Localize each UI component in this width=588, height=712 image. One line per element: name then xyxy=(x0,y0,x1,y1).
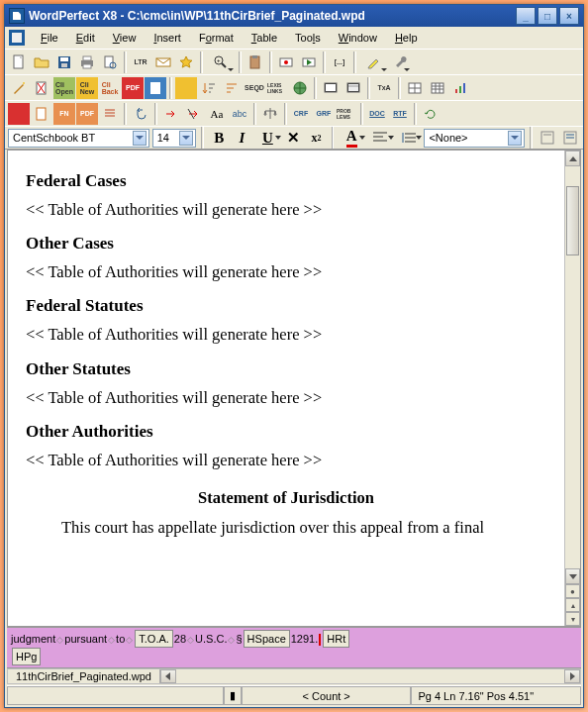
status-position[interactable]: Pg 4 Ln 7.16" Pos 4.51" xyxy=(411,686,581,705)
red-pdf-button[interactable]: PDF xyxy=(122,77,144,99)
fn-button[interactable]: FN xyxy=(53,103,75,125)
hscroll-right-button[interactable] xyxy=(564,669,580,683)
macro-play-button[interactable] xyxy=(298,51,320,73)
macro-record-button[interactable] xyxy=(275,51,297,73)
code-hspace[interactable]: HSpace xyxy=(244,630,290,648)
menu-edit[interactable]: Edit xyxy=(68,30,103,46)
doc-menu-icon[interactable] xyxy=(9,30,25,46)
highlight-button[interactable] xyxy=(359,51,389,73)
superscript-button[interactable]: x2 xyxy=(306,128,326,148)
globe-button[interactable] xyxy=(289,77,311,99)
style-list-button[interactable] xyxy=(560,128,580,148)
red-btn-1[interactable] xyxy=(8,103,30,125)
zoom-button[interactable]: + xyxy=(206,51,236,73)
grid-button[interactable] xyxy=(427,77,448,99)
menu-file[interactable]: File xyxy=(33,30,66,46)
pdf-btn-2[interactable]: PDF xyxy=(76,103,98,125)
new-doc-button[interactable] xyxy=(8,51,30,73)
ylw-tool-1[interactable] xyxy=(175,77,197,99)
lexis-button[interactable]: LEXIS LINKS xyxy=(266,77,288,99)
envelope-button[interactable] xyxy=(152,51,174,73)
rtf-button[interactable]: RTF xyxy=(389,103,411,125)
scroll-down-button[interactable] xyxy=(565,568,580,584)
wizard-button[interactable] xyxy=(8,77,30,99)
cli-open-button[interactable]: CliOpen xyxy=(53,77,75,99)
menu-insert[interactable]: Insert xyxy=(146,30,189,46)
font-combo[interactable]: CentSchbook BT xyxy=(8,129,149,148)
menu-view[interactable]: View xyxy=(105,30,145,46)
sort-tool-button[interactable] xyxy=(198,77,220,99)
grf-button[interactable]: GRF xyxy=(313,103,335,125)
next-page-button[interactable]: ▾ xyxy=(565,612,580,626)
scroll-thumb[interactable] xyxy=(566,186,579,255)
prob-button[interactable]: PROB LEMS xyxy=(336,103,357,125)
code-toa[interactable]: T.O.A. xyxy=(135,630,173,648)
clipboard-button[interactable] xyxy=(245,51,266,73)
scroll-track[interactable] xyxy=(565,166,580,568)
reveal-codes-pane[interactable]: judgment◇pursuant◇to◇T.O.A.28◇U.S.C.◇§HS… xyxy=(7,627,581,668)
doc-tab[interactable]: 11thCirBrief_Paginated.wpd xyxy=(8,669,160,683)
browse-object-button[interactable]: ● xyxy=(565,584,580,598)
reveal-codes-button[interactable]: [...] xyxy=(329,51,350,73)
style-combo[interactable]: <None> xyxy=(424,129,524,148)
open-button[interactable] xyxy=(31,51,52,73)
hscroll-track[interactable] xyxy=(176,669,564,683)
close-button[interactable]: × xyxy=(559,7,579,25)
save-button[interactable] xyxy=(53,51,75,73)
arrow-button[interactable] xyxy=(160,103,182,125)
line-spacing-button[interactable] xyxy=(396,128,422,148)
minimize-button[interactable]: _ xyxy=(516,7,536,25)
cli-new-button[interactable]: CliNew xyxy=(76,77,98,99)
menu-window[interactable]: Window xyxy=(331,30,385,46)
favorite-button[interactable] xyxy=(175,51,197,73)
no-format-button[interactable]: ✕ xyxy=(283,128,303,148)
spell-button[interactable]: abc xyxy=(229,103,250,125)
prev-page-button[interactable]: ▴ xyxy=(565,598,580,612)
cli-back-button[interactable]: CliBack xyxy=(99,77,121,99)
vertical-scrollbar[interactable]: ● ▴ ▾ xyxy=(564,151,580,626)
code-hpg[interactable]: HPg xyxy=(12,648,41,665)
menu-format[interactable]: Format xyxy=(191,30,242,46)
screen2-button[interactable] xyxy=(343,77,364,99)
font-color-button[interactable]: A xyxy=(339,128,364,148)
status-insert-mode[interactable]: ▮ xyxy=(224,686,242,705)
seqd-button[interactable]: SEQD xyxy=(244,77,265,99)
title-bar[interactable]: WordPerfect X8 - C:\cmc\in\WP\11thCirBri… xyxy=(5,5,583,27)
hscroll-left-button[interactable] xyxy=(160,669,176,683)
refresh-button[interactable] xyxy=(420,103,441,125)
list-button[interactable] xyxy=(99,103,121,125)
print-preview-button[interactable] xyxy=(99,51,121,73)
document-body[interactable]: Federal Cases << Table of Authorities wi… xyxy=(8,151,564,626)
status-general[interactable] xyxy=(7,686,224,705)
doc-tool-button[interactable] xyxy=(145,77,166,99)
doc-format-button[interactable]: DOC xyxy=(366,103,388,125)
menu-table[interactable]: Table xyxy=(244,30,285,46)
code-hrt[interactable]: HRt xyxy=(323,630,349,648)
ltr-button[interactable]: LTR xyxy=(130,51,151,73)
case-button[interactable]: Aa xyxy=(206,103,228,125)
bold-button[interactable]: B xyxy=(209,128,229,148)
balance-button[interactable] xyxy=(259,103,281,125)
font-size-combo[interactable]: 14 xyxy=(152,129,197,148)
xarrow-button[interactable] xyxy=(183,103,205,125)
scroll-up-button[interactable] xyxy=(565,151,580,166)
align-button[interactable] xyxy=(367,128,393,148)
chart-button[interactable] xyxy=(449,77,471,99)
table-button[interactable] xyxy=(404,77,426,99)
italic-button[interactable]: I xyxy=(232,128,251,148)
txa-button[interactable]: TxA xyxy=(373,77,395,99)
orange-doc-button[interactable] xyxy=(31,103,52,125)
print-button[interactable] xyxy=(76,51,98,73)
undo-button[interactable] xyxy=(130,103,151,125)
screen-button[interactable] xyxy=(320,77,342,99)
status-count[interactable]: < Count > xyxy=(242,686,412,705)
style-edit-button[interactable] xyxy=(538,128,557,148)
menu-tools[interactable]: Tools xyxy=(287,30,329,46)
tool-options-button[interactable] xyxy=(390,51,412,73)
maximize-button[interactable]: □ xyxy=(538,7,557,25)
underline-button[interactable]: U xyxy=(255,128,281,148)
sort-tool-2-button[interactable] xyxy=(221,77,243,99)
delete-button[interactable] xyxy=(31,77,52,99)
menu-help[interactable]: Help xyxy=(387,30,426,46)
crf-button[interactable]: CRF xyxy=(290,103,312,125)
